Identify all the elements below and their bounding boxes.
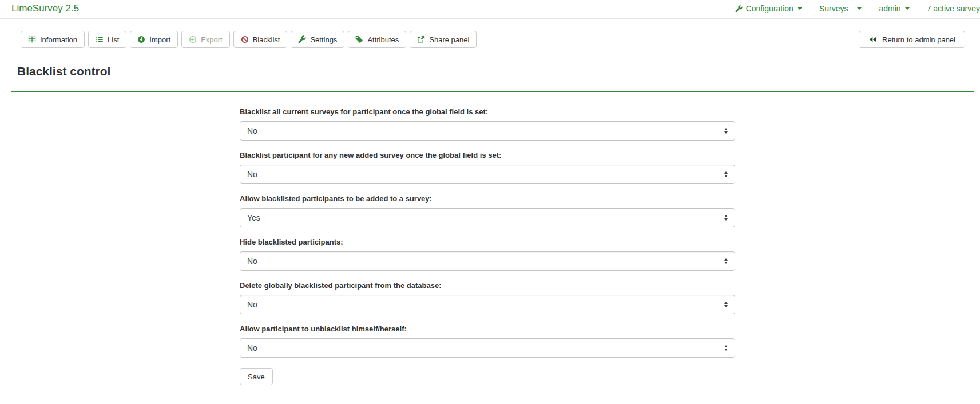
import-circle-icon [137, 35, 145, 43]
select-value: No [247, 343, 257, 353]
page-title: Blacklist control [17, 65, 980, 78]
select-stepper-icon [724, 258, 728, 264]
nav-admin-label: admin [879, 4, 900, 13]
blacklist-control-form: Blacklist all current surveys for partic… [240, 107, 735, 385]
attributes-button[interactable]: Attributes [348, 31, 406, 48]
field-label: Delete globally blacklisted participant … [240, 281, 735, 290]
blacklist-all-current-select[interactable]: No [240, 121, 735, 141]
blacklist-button[interactable]: Blacklist [233, 31, 288, 48]
delete-global-blacklisted-select[interactable]: No [240, 295, 735, 314]
fast-backward-icon [868, 35, 876, 43]
nav-configuration[interactable]: Configuration [735, 4, 802, 13]
wrench-icon [735, 5, 743, 13]
export-button-label: Export [201, 35, 223, 44]
select-value: No [247, 300, 257, 309]
settings-button-label: Settings [310, 35, 337, 44]
export-circle-icon [189, 35, 197, 43]
select-stepper-icon [724, 345, 728, 351]
information-button[interactable]: Information [21, 31, 85, 48]
top-nav-menu: Configuration Surveys admin 7 active sur… [735, 4, 980, 13]
settings-button[interactable]: Settings [291, 31, 344, 48]
field-group-allow-blacklisted-add: Allow blacklisted participants to be add… [240, 194, 735, 227]
nav-surveys[interactable]: Surveys [819, 4, 862, 13]
field-label: Allow participant to unblacklist himself… [240, 325, 735, 333]
return-to-admin-panel-label: Return to admin panel [882, 35, 955, 44]
select-value: No [247, 170, 257, 179]
field-group-allow-unblacklist-self: Allow participant to unblacklist himself… [240, 325, 735, 358]
field-label: Blacklist participant for any new added … [240, 151, 735, 159]
select-stepper-icon [724, 171, 728, 177]
list-button-label: List [108, 35, 119, 44]
return-to-admin-panel-button[interactable]: Return to admin panel [859, 31, 965, 48]
nav-active-surveys-label: 7 active surveys [927, 4, 980, 13]
nav-admin[interactable]: admin [879, 4, 909, 13]
ban-icon [241, 35, 249, 43]
brand-logo[interactable]: LimeSurvey 2.5 [11, 3, 79, 14]
share-square-icon [417, 35, 425, 43]
field-group-delete-global-blacklisted: Delete globally blacklisted participant … [240, 281, 735, 314]
caret-down-icon [857, 7, 862, 10]
nav-configuration-label: Configuration [746, 4, 793, 13]
field-group-hide-blacklisted: Hide blacklisted participants: No [240, 238, 735, 271]
blacklist-new-survey-select[interactable]: No [240, 165, 735, 184]
blacklist-button-label: Blacklist [253, 35, 280, 44]
export-button[interactable]: Export [181, 31, 230, 48]
save-button[interactable]: Save [240, 368, 273, 385]
import-button-label: Import [149, 35, 170, 44]
wrench-icon [298, 35, 306, 43]
import-button[interactable]: Import [130, 31, 178, 48]
title-divider [11, 91, 974, 92]
tag-icon [355, 35, 363, 43]
survey-toolbar: Information List Import Export Blacklist [0, 19, 980, 48]
nav-active-surveys[interactable]: 7 active surveys [927, 4, 980, 13]
select-stepper-icon [724, 302, 728, 307]
table-icon [28, 35, 36, 43]
select-stepper-icon [724, 215, 728, 221]
share-panel-button[interactable]: Share panel [410, 31, 477, 48]
top-navbar: LimeSurvey 2.5 Configuration Surveys adm… [0, 0, 980, 19]
select-value: No [247, 126, 257, 135]
list-icon [96, 35, 104, 43]
share-panel-button-label: Share panel [429, 35, 469, 44]
field-label: Blacklist all current surveys for partic… [240, 107, 735, 116]
list-button[interactable]: List [88, 31, 126, 48]
select-value: No [247, 257, 257, 266]
nav-surveys-label: Surveys [819, 4, 848, 13]
field-label: Allow blacklisted participants to be add… [240, 194, 735, 203]
caret-down-icon [905, 7, 910, 10]
allow-blacklisted-add-select[interactable]: Yes [240, 208, 735, 227]
caret-down-icon [798, 7, 802, 10]
hide-blacklisted-select[interactable]: No [240, 251, 735, 271]
field-group-blacklist-new-survey: Blacklist participant for any new added … [240, 151, 735, 184]
field-group-blacklist-all-current: Blacklist all current surveys for partic… [240, 107, 735, 141]
attributes-button-label: Attributes [367, 35, 399, 44]
field-label: Hide blacklisted participants: [240, 238, 735, 246]
allow-unblacklist-self-select[interactable]: No [240, 338, 735, 358]
select-value: Yes [247, 213, 260, 222]
toolbar-button-group: Information List Import Export Blacklist [21, 31, 477, 48]
select-stepper-icon [724, 128, 728, 134]
information-button-label: Information [40, 35, 77, 44]
